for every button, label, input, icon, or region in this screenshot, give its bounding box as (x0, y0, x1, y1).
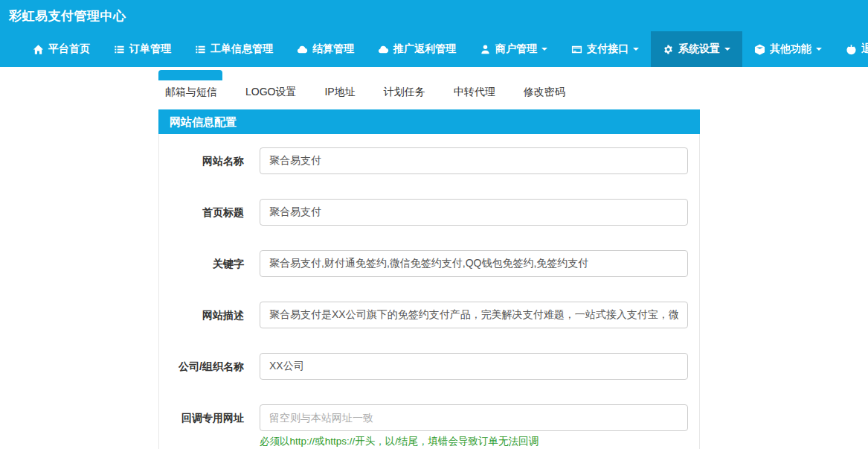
settings-tabs: 邮箱与短信 LOGO设置 IP地址 计划任务 中转代理 修改密码 (158, 86, 700, 101)
field-label: 关键字 (170, 250, 244, 277)
panel-title: 网站信息配置 (158, 109, 700, 134)
nav-item-home[interactable]: 平台首页 (21, 31, 102, 67)
tab-email-sms[interactable]: 邮箱与短信 (165, 86, 217, 101)
cloud-icon (378, 44, 389, 55)
list-icon (114, 44, 125, 55)
main-nav: 平台首页 订单管理 工单信息管理 结算管理 推广返利管理 (0, 31, 868, 67)
form-row-company-name: 公司/组织名称 (170, 353, 688, 380)
nav-label: 平台首页 (48, 42, 90, 56)
home-title-input[interactable] (260, 199, 688, 226)
site-info-form: 网站名称 首页标题 关键字 网站描述 (159, 134, 699, 449)
site-info-panel: 网站信息配置 网站名称 首页标题 关键字 网站 (158, 109, 700, 449)
field-label: 网站名称 (170, 147, 244, 174)
tab-cron-tasks[interactable]: 计划任务 (384, 86, 425, 101)
form-row-keywords: 关键字 (170, 250, 688, 277)
nav-item-payment-api[interactable]: 支付接口 (559, 31, 651, 67)
nav-item-settlement[interactable]: 结算管理 (285, 31, 366, 67)
cloud-icon (297, 44, 308, 55)
nav-item-merchants[interactable]: 商户管理 (468, 31, 559, 67)
app-title: 彩虹易支付管理中心 (0, 0, 868, 31)
form-row-home-title: 首页标题 (170, 199, 688, 226)
form-row-site-name: 网站名称 (170, 147, 688, 174)
nav-item-promotion-rebate[interactable]: 推广返利管理 (366, 31, 468, 67)
nav-item-orders[interactable]: 订单管理 (102, 31, 183, 67)
nav-item-other-functions[interactable]: 其他功能 (742, 31, 834, 67)
nav-label: 结算管理 (312, 42, 354, 56)
nav-label: 订单管理 (129, 42, 171, 56)
callback-url-input[interactable] (260, 404, 688, 431)
user-icon (480, 44, 491, 55)
field-label: 公司/组织名称 (170, 353, 244, 380)
top-header: 彩虹易支付管理中心 平台首页 订单管理 工单信息管理 结算管理 (0, 0, 868, 67)
chevron-down-icon (724, 48, 730, 51)
cube-icon (754, 44, 765, 55)
active-tab-indicator[interactable] (158, 70, 222, 80)
field-label: 网站描述 (170, 302, 244, 328)
tab-logo[interactable]: LOGO设置 (245, 86, 296, 101)
list-icon (195, 44, 206, 55)
main-content: 邮箱与短信 LOGO设置 IP地址 计划任务 中转代理 修改密码 网站信息配置 … (158, 67, 700, 449)
field-label: 首页标题 (170, 199, 244, 226)
site-name-input[interactable] (260, 147, 688, 174)
home-icon (33, 44, 44, 55)
tab-ip-address[interactable]: IP地址 (324, 86, 355, 101)
power-icon (846, 44, 857, 55)
nav-item-tickets[interactable]: 工单信息管理 (183, 31, 285, 67)
nav-label: 系统设置 (678, 42, 720, 56)
nav-label: 支付接口 (587, 42, 629, 56)
nav-item-logout[interactable]: 退出登录 (834, 31, 868, 67)
nav-label: 推广返利管理 (393, 42, 456, 56)
chevron-down-icon (541, 48, 547, 51)
tab-change-password[interactable]: 修改密码 (524, 86, 565, 101)
form-row-description: 网站描述 (170, 302, 688, 328)
company-name-input[interactable] (260, 353, 688, 380)
callback-url-help-text: 必须以http://或https://开头，以/结尾，填错会导致订单无法回调 (260, 435, 688, 448)
form-row-callback-url: 回调专用网址 必须以http://或https://开头，以/结尾，填错会导致订… (170, 404, 688, 448)
gear-icon (663, 44, 674, 55)
nav-label: 退出登录 (861, 42, 868, 56)
nav-item-system-settings[interactable]: 系统设置 (651, 31, 742, 67)
card-icon (571, 44, 582, 55)
keywords-input[interactable] (260, 250, 688, 277)
field-label: 回调专用网址 (170, 404, 244, 431)
nav-label: 其他功能 (770, 42, 811, 56)
tab-relay-proxy[interactable]: 中转代理 (454, 86, 495, 101)
chevron-down-icon (816, 48, 822, 51)
nav-label: 商户管理 (495, 42, 537, 56)
chevron-down-icon (633, 48, 639, 51)
site-description-input[interactable] (260, 302, 688, 328)
nav-label: 工单信息管理 (210, 42, 273, 56)
